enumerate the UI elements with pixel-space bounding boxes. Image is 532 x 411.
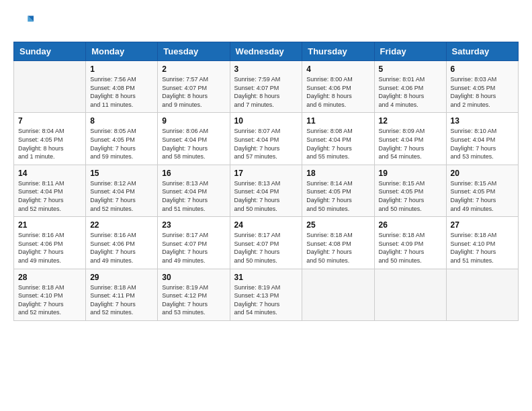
day-number: 10 [234,116,298,126]
day-info: Sunrise: 8:18 AM Sunset: 4:10 PM Dayligh… [18,283,81,317]
calendar-week-row: 28Sunrise: 8:18 AM Sunset: 4:10 PM Dayli… [14,269,519,320]
calendar-cell: 9Sunrise: 8:06 AM Sunset: 4:04 PM Daylig… [158,113,230,165]
day-info: Sunrise: 8:17 AM Sunset: 4:07 PM Dayligh… [162,231,225,265]
day-number: 5 [379,64,442,74]
weekday-header: Sunday [14,42,86,61]
calendar-cell: 29Sunrise: 8:18 AM Sunset: 4:11 PM Dayli… [86,269,158,320]
day-info: Sunrise: 8:16 AM Sunset: 4:06 PM Dayligh… [18,231,81,265]
calendar-cell: 19Sunrise: 8:15 AM Sunset: 4:05 PM Dayli… [374,165,446,216]
weekday-header: Tuesday [158,42,230,61]
day-info: Sunrise: 8:16 AM Sunset: 4:06 PM Dayligh… [90,231,153,265]
day-info: Sunrise: 8:18 AM Sunset: 4:11 PM Dayligh… [90,283,153,317]
day-info: Sunrise: 8:15 AM Sunset: 4:05 PM Dayligh… [379,179,442,213]
day-number: 27 [451,220,514,230]
calendar-cell: 10Sunrise: 8:07 AM Sunset: 4:04 PM Dayli… [230,113,302,165]
day-number: 3 [234,64,298,74]
day-number: 29 [90,273,153,282]
weekday-header: Thursday [302,42,374,61]
calendar-cell [374,269,446,320]
day-number: 28 [18,273,81,282]
day-number: 9 [162,116,225,126]
calendar-cell: 28Sunrise: 8:18 AM Sunset: 4:10 PM Dayli… [14,269,86,320]
day-number: 7 [18,116,81,126]
day-info: Sunrise: 8:07 AM Sunset: 4:04 PM Dayligh… [234,127,298,161]
calendar-cell: 24Sunrise: 8:17 AM Sunset: 4:07 PM Dayli… [230,217,302,269]
day-number: 1 [90,64,153,74]
day-info: Sunrise: 8:08 AM Sunset: 4:04 PM Dayligh… [306,127,369,161]
day-info: Sunrise: 8:13 AM Sunset: 4:04 PM Dayligh… [162,179,225,213]
calendar-week-row: 14Sunrise: 8:11 AM Sunset: 4:04 PM Dayli… [14,165,519,216]
calendar-cell [446,269,518,320]
calendar-cell: 3Sunrise: 7:59 AM Sunset: 4:07 PM Daylig… [230,61,302,113]
day-number: 16 [162,169,225,178]
day-number: 13 [451,116,514,126]
calendar-table: SundayMondayTuesdayWednesdayThursdayFrid… [13,42,519,321]
calendar-cell: 27Sunrise: 8:18 AM Sunset: 4:10 PM Dayli… [446,217,518,269]
day-number: 25 [306,220,369,230]
day-number: 11 [306,116,369,126]
calendar-cell [14,61,86,113]
calendar-cell: 22Sunrise: 8:16 AM Sunset: 4:06 PM Dayli… [86,217,158,269]
logo [13,13,34,35]
day-info: Sunrise: 8:11 AM Sunset: 4:04 PM Dayligh… [18,179,81,213]
calendar-cell: 11Sunrise: 8:08 AM Sunset: 4:04 PM Dayli… [302,113,374,165]
calendar-cell: 16Sunrise: 8:13 AM Sunset: 4:04 PM Dayli… [158,165,230,216]
day-info: Sunrise: 8:06 AM Sunset: 4:04 PM Dayligh… [162,127,225,161]
calendar-cell: 26Sunrise: 8:18 AM Sunset: 4:09 PM Dayli… [374,217,446,269]
day-number: 19 [379,169,442,178]
calendar-week-row: 7Sunrise: 8:04 AM Sunset: 4:05 PM Daylig… [14,113,519,165]
logo-icon [15,13,34,32]
calendar-body: 1Sunrise: 7:56 AM Sunset: 4:08 PM Daylig… [14,61,519,321]
day-number: 2 [162,64,225,74]
day-info: Sunrise: 8:04 AM Sunset: 4:05 PM Dayligh… [18,127,81,161]
calendar-week-row: 1Sunrise: 7:56 AM Sunset: 4:08 PM Daylig… [14,61,519,113]
day-number: 6 [451,64,514,74]
weekday-header: Saturday [446,42,518,61]
day-info: Sunrise: 8:13 AM Sunset: 4:04 PM Dayligh… [234,179,298,213]
calendar-cell: 13Sunrise: 8:10 AM Sunset: 4:04 PM Dayli… [446,113,518,165]
calendar-cell: 1Sunrise: 7:56 AM Sunset: 4:08 PM Daylig… [86,61,158,113]
day-info: Sunrise: 8:15 AM Sunset: 4:05 PM Dayligh… [451,179,514,213]
day-info: Sunrise: 7:57 AM Sunset: 4:07 PM Dayligh… [162,75,225,109]
day-number: 12 [379,116,442,126]
day-info: Sunrise: 8:09 AM Sunset: 4:04 PM Dayligh… [379,127,442,161]
day-info: Sunrise: 8:10 AM Sunset: 4:04 PM Dayligh… [451,127,514,161]
calendar-cell: 25Sunrise: 8:18 AM Sunset: 4:08 PM Dayli… [302,217,374,269]
day-number: 14 [18,169,81,178]
weekday-header: Monday [86,42,158,61]
calendar-cell: 20Sunrise: 8:15 AM Sunset: 4:05 PM Dayli… [446,165,518,216]
day-number: 30 [162,273,225,282]
calendar-week-row: 21Sunrise: 8:16 AM Sunset: 4:06 PM Dayli… [14,217,519,269]
day-number: 15 [90,169,153,178]
weekday-header: Friday [374,42,446,61]
calendar-cell: 30Sunrise: 8:19 AM Sunset: 4:12 PM Dayli… [158,269,230,320]
calendar-cell: 5Sunrise: 8:01 AM Sunset: 4:06 PM Daylig… [374,61,446,113]
calendar-cell: 15Sunrise: 8:12 AM Sunset: 4:04 PM Dayli… [86,165,158,216]
day-info: Sunrise: 8:12 AM Sunset: 4:04 PM Dayligh… [90,179,153,213]
day-number: 17 [234,169,298,178]
calendar-cell: 23Sunrise: 8:17 AM Sunset: 4:07 PM Dayli… [158,217,230,269]
calendar-cell: 31Sunrise: 8:19 AM Sunset: 4:13 PM Dayli… [230,269,302,320]
calendar-cell: 7Sunrise: 8:04 AM Sunset: 4:05 PM Daylig… [14,113,86,165]
day-info: Sunrise: 8:00 AM Sunset: 4:06 PM Dayligh… [306,75,369,109]
day-number: 26 [379,220,442,230]
day-info: Sunrise: 8:18 AM Sunset: 4:08 PM Dayligh… [306,231,369,265]
day-info: Sunrise: 8:19 AM Sunset: 4:13 PM Dayligh… [234,283,298,317]
day-number: 24 [234,220,298,230]
calendar-cell: 6Sunrise: 8:03 AM Sunset: 4:05 PM Daylig… [446,61,518,113]
day-info: Sunrise: 8:18 AM Sunset: 4:10 PM Dayligh… [451,231,514,265]
day-number: 31 [234,273,298,282]
day-info: Sunrise: 8:19 AM Sunset: 4:12 PM Dayligh… [162,283,225,317]
day-info: Sunrise: 8:14 AM Sunset: 4:05 PM Dayligh… [306,179,369,213]
day-number: 8 [90,116,153,126]
calendar-cell: 12Sunrise: 8:09 AM Sunset: 4:04 PM Dayli… [374,113,446,165]
day-number: 23 [162,220,225,230]
day-info: Sunrise: 8:01 AM Sunset: 4:06 PM Dayligh… [379,75,442,109]
calendar-cell: 21Sunrise: 8:16 AM Sunset: 4:06 PM Dayli… [14,217,86,269]
day-number: 22 [90,220,153,230]
day-info: Sunrise: 8:17 AM Sunset: 4:07 PM Dayligh… [234,231,298,265]
calendar-cell [302,269,374,320]
day-info: Sunrise: 8:18 AM Sunset: 4:09 PM Dayligh… [379,231,442,265]
weekday-header-row: SundayMondayTuesdayWednesdayThursdayFrid… [14,42,519,61]
day-number: 4 [306,64,369,74]
